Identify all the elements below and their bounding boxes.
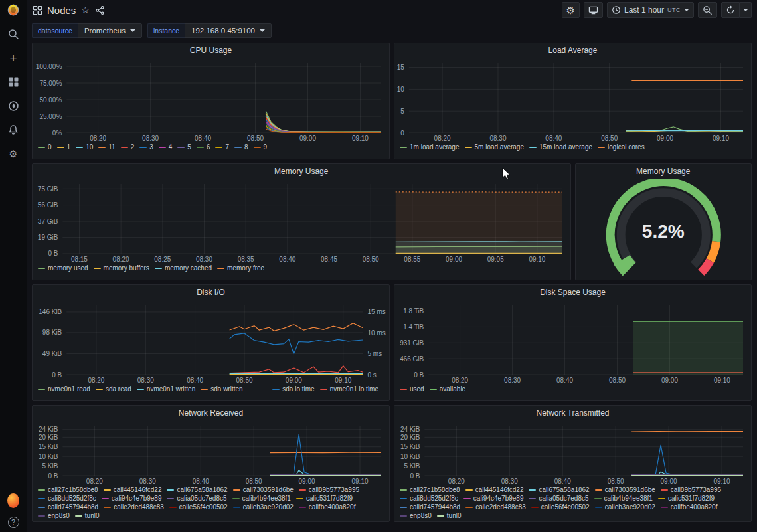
legend-item[interactable]: calic531f7d82f9 [658,495,715,502]
dashboard-settings-button[interactable]: ⚙ [562,2,580,18]
legend-item[interactable]: cali675a58a1862 [167,486,227,493]
panel-title[interactable]: Disk I/O [33,285,389,300]
legend-item[interactable]: enp8s0 [38,512,70,519]
help-icon[interactable]: ? [7,516,19,528]
legend-item[interactable]: calie2ded488c83 [104,503,164,511]
legend-item[interactable]: cali94c4e7b9e89 [102,495,162,502]
legend-item[interactable]: 10 [76,143,93,151]
legend-item[interactable]: cali89b5773a995 [661,486,721,493]
share-icon[interactable] [95,5,105,15]
configuration-icon[interactable]: ⚙ [7,147,19,159]
disk-space-chart[interactable]: 08:2008:3008:4008:5009:0009:100 B466 GiB… [394,300,751,385]
panel-title[interactable]: Memory Usage [33,164,570,179]
legend-item[interactable]: sda read [96,385,131,393]
legend-item[interactable]: 8 [234,143,248,151]
instance-select[interactable]: 192.168.0.45:9100 [185,23,272,38]
legend-swatch [169,507,177,508]
legend-item[interactable]: 5m load average [465,143,525,151]
create-icon[interactable]: + [7,52,19,64]
disk-io-chart[interactable]: 08:2008:3008:4008:5009:0009:100 B49 KiB9… [33,300,389,385]
legend-item[interactable]: 15m load average [529,143,592,151]
legend-item[interactable]: sda io time [272,385,314,393]
legend-item[interactable]: memory free [217,264,264,272]
legend-item[interactable]: 0 [38,143,52,151]
legend-item[interactable]: califbe400a820f [661,503,718,511]
legend-item[interactable]: logical cores [598,143,645,151]
explore-icon[interactable] [7,100,19,112]
legend-item[interactable]: 4 [159,143,173,151]
legend-item[interactable]: cali445146fcd22 [104,486,162,493]
search-icon[interactable] [7,28,19,40]
legend-item[interactable]: 6 [197,143,210,151]
page-title[interactable]: Nodes [47,5,76,16]
legend-item[interactable]: nvme0n1 read [38,385,90,393]
panel-title[interactable]: Network Transmitted [394,406,751,420]
legend-item[interactable]: calieb3ae920d02 [595,503,655,511]
time-range-picker[interactable]: Last 1 hour UTC [607,2,694,18]
legend-item[interactable]: cali8dd525d2f8c [38,495,96,502]
legend-item[interactable]: memory cached [155,264,212,272]
legend-item[interactable]: cali7303591d6be [595,486,655,493]
cycle-view-button[interactable] [584,2,603,18]
grafana-logo-icon[interactable] [7,4,19,16]
star-icon[interactable]: ☆ [81,5,90,15]
legend-item[interactable]: calie2ded488c83 [465,503,526,511]
legend-item[interactable]: calib4b94ee38f1 [594,495,653,502]
panel-title[interactable]: CPU Usage [33,43,389,58]
legend-item[interactable]: calic531f7d82f9 [296,495,353,502]
zoom-out-button[interactable] [698,2,717,18]
legend-item[interactable]: calie56f4c00502 [531,503,590,511]
panel-title[interactable]: Disk Space Usage [394,285,751,300]
legend-item[interactable]: sda written [201,385,242,393]
legend-item[interactable]: available [430,385,465,393]
legend-item[interactable]: calid7457944b8d [400,503,460,511]
legend-item[interactable]: tunl0 [75,512,100,519]
legend-item[interactable]: 1 [57,143,71,151]
legend-item[interactable]: used [400,385,424,393]
legend-item[interactable]: tunl0 [437,512,462,519]
legend-item[interactable]: memory used [38,264,88,272]
legend-item[interactable]: cali94c4e7b9e89 [463,495,524,502]
legend-item[interactable]: calib4b94ee38f1 [232,495,291,502]
network-received-chart[interactable]: 08:2008:3008:4008:5009:0009:100 B5 KiB10… [33,420,389,486]
legend-item[interactable]: 9 [254,143,268,151]
legend-item[interactable]: 2 [121,143,135,151]
user-avatar[interactable] [7,495,19,507]
dashboards-icon[interactable] [7,76,19,88]
legend-item[interactable]: 1m load average [400,143,460,151]
tv-icon [588,5,598,15]
panel-title[interactable]: Memory Usage [576,164,752,179]
load-average-chart[interactable]: 08:2008:3008:4008:5009:0009:10051015 [394,58,751,143]
legend-item[interactable]: 11 [98,143,115,151]
alerting-icon[interactable] [7,124,19,135]
legend-item[interactable]: calie56f4c00502 [169,503,228,511]
refresh-interval-button[interactable] [740,2,752,18]
legend-item[interactable]: memory buffers [94,264,149,272]
legend-item[interactable]: cali27c1b58dbe8 [38,486,98,493]
legend-item[interactable]: cali675a58a1862 [529,486,589,493]
legend-item[interactable]: calia05dc7ed8c5 [529,495,588,502]
legend-item[interactable]: cali8dd525d2f8c [400,495,458,502]
legend-item[interactable]: calieb3ae920d02 [233,503,294,511]
legend-item[interactable]: 7 [215,143,229,151]
memory-usage-chart[interactable]: 08:1508:2008:2508:3008:3508:4008:4508:50… [33,179,570,264]
legend-item[interactable]: 3 [139,143,153,151]
panel-title[interactable]: Network Received [33,406,389,420]
legend-item[interactable]: cali7303591d6be [233,486,294,493]
legend-item[interactable]: calid7457944b8d [38,503,98,511]
legend-item[interactable]: nvme0n1 written [137,385,195,393]
legend-item[interactable]: nvme0n1 io time [320,385,378,393]
legend-item[interactable]: cali89b5773a995 [299,486,359,493]
panel-title[interactable]: Load Average [394,43,751,58]
network-transmitted-chart[interactable]: 08:2008:3008:4008:5009:0009:100 B5 KiB10… [394,420,751,486]
refresh-button[interactable] [721,2,740,18]
datasource-select[interactable]: Prometheus [78,23,142,38]
legend-item[interactable]: califbe400a820f [299,503,356,511]
legend-item[interactable]: 5 [177,143,191,151]
legend-item[interactable]: cali445146fcd22 [465,486,524,493]
legend-item[interactable]: calia05dc7ed8c5 [167,495,226,502]
legend-item[interactable]: cali27c1b58dbe8 [400,486,460,493]
cpu-usage-chart[interactable]: 08:2008:3008:4008:5009:0009:100%25.00%50… [33,58,389,143]
legend-item[interactable]: enp8s0 [400,512,432,519]
memory-gauge[interactable]: 5.2% [576,179,752,280]
